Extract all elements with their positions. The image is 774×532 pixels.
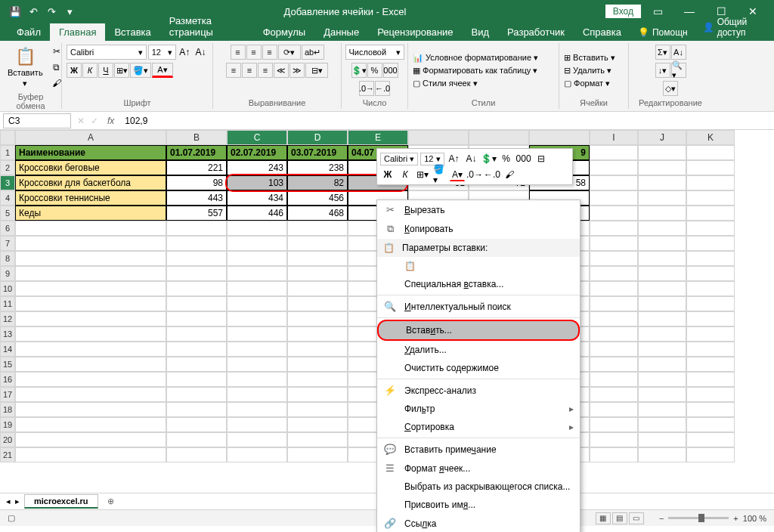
cell[interactable] <box>638 281 686 296</box>
cell[interactable] <box>166 417 227 432</box>
ctx-cut[interactable]: ✂Вырезать <box>377 200 580 219</box>
cell[interactable] <box>686 326 735 342</box>
cell[interactable] <box>166 326 227 342</box>
ctx-smart-lookup[interactable]: 🔍Интеллектуальный поиск <box>377 297 580 316</box>
cell[interactable] <box>686 311 735 326</box>
ctx-paste-special[interactable]: Специальная вставка... <box>377 275 580 293</box>
wrap-text-icon[interactable]: ab↵ <box>302 45 324 60</box>
mini-percent-icon[interactable]: % <box>499 152 514 165</box>
bold-button[interactable]: Ж <box>67 63 82 78</box>
cell[interactable] <box>590 236 638 251</box>
cell[interactable] <box>166 387 227 402</box>
cell[interactable]: 02.07.2019 <box>227 145 287 160</box>
cell[interactable] <box>15 432 166 447</box>
cell[interactable] <box>166 342 227 357</box>
zoom-out-icon[interactable]: − <box>659 514 664 523</box>
tab-pagelayout[interactable]: Разметка страницы <box>160 12 254 41</box>
cell[interactable] <box>638 417 686 432</box>
cell[interactable] <box>15 221 166 236</box>
tab-view[interactable]: Вид <box>463 23 499 41</box>
row-header[interactable]: 9 <box>0 266 15 281</box>
cell[interactable] <box>166 281 227 296</box>
sheet-prev-icon[interactable]: ◂ <box>6 496 11 506</box>
cell[interactable]: 98 <box>166 175 227 190</box>
cell[interactable] <box>287 236 348 251</box>
ribbon-display-icon[interactable]: ▭ <box>642 0 673 23</box>
cell[interactable] <box>590 281 638 296</box>
cell[interactable]: 443 <box>166 190 227 206</box>
cell[interactable] <box>287 221 348 236</box>
row-header[interactable]: 3 <box>0 175 15 190</box>
cell[interactable] <box>227 311 287 326</box>
cell[interactable] <box>638 296 686 311</box>
cell[interactable] <box>686 206 735 221</box>
merge-icon[interactable]: ⊟▾ <box>305 63 328 78</box>
mini-merge-icon[interactable]: ⊟ <box>534 152 549 165</box>
row-header[interactable]: 2 <box>0 160 15 175</box>
cell[interactable] <box>686 160 735 175</box>
cell[interactable] <box>686 236 735 251</box>
row-header[interactable]: 20 <box>0 432 15 447</box>
col-header[interactable]: A <box>15 130 166 145</box>
col-header[interactable]: K <box>686 130 735 145</box>
mini-decimal-dec-icon[interactable]: ←.0 <box>485 168 500 181</box>
ctx-format-cells[interactable]: ☰Формат ячеек... <box>377 459 580 478</box>
row-header[interactable]: 15 <box>0 357 15 372</box>
percent-icon[interactable]: % <box>367 63 382 78</box>
sheet-tab[interactable]: microexcel.ru <box>24 494 98 509</box>
col-header[interactable] <box>408 130 469 145</box>
ctx-delete[interactable]: Удалить... <box>377 341 580 359</box>
cell[interactable] <box>227 432 287 447</box>
number-format-combo[interactable]: Числовой▾ <box>345 45 404 60</box>
cell[interactable] <box>638 342 686 357</box>
mini-painter-icon[interactable]: 🖌 <box>502 168 517 181</box>
cell[interactable] <box>227 221 287 236</box>
cell[interactable] <box>686 296 735 311</box>
align-middle-icon[interactable]: ≡ <box>246 45 262 60</box>
cell[interactable] <box>227 402 287 417</box>
row-header[interactable]: 14 <box>0 342 15 357</box>
cell[interactable] <box>15 402 166 417</box>
mini-italic-icon[interactable]: К <box>398 168 413 181</box>
row-header[interactable]: 17 <box>0 387 15 402</box>
cell[interactable] <box>15 372 166 387</box>
cell[interactable] <box>15 251 166 266</box>
tab-home[interactable]: Главная <box>50 23 105 41</box>
font-size-combo[interactable]: 12▾ <box>148 45 176 60</box>
decrease-font-icon[interactable]: A↓ <box>194 45 208 59</box>
col-header[interactable]: E <box>348 130 408 145</box>
cell[interactable] <box>686 447 735 462</box>
cell[interactable] <box>686 175 735 190</box>
save-icon[interactable]: 💾 <box>8 4 23 19</box>
col-header[interactable]: B <box>166 130 227 145</box>
ctx-clear[interactable]: Очистить содержимое <box>377 359 580 377</box>
mini-bold-icon[interactable]: Ж <box>380 168 395 181</box>
row-header[interactable]: 6 <box>0 221 15 236</box>
tab-insert[interactable]: Вставка <box>105 23 159 41</box>
ctx-paste-clipboard[interactable]: 📋 <box>377 257 580 275</box>
mini-fontcolor-icon[interactable]: A▾ <box>450 168 465 181</box>
row-header[interactable]: 4 <box>0 190 15 206</box>
cell[interactable] <box>227 266 287 281</box>
font-color-button[interactable]: A▾ <box>152 63 173 78</box>
cell[interactable] <box>590 447 638 462</box>
ctx-insert-comment[interactable]: 💬Вставить примечание <box>377 440 580 459</box>
select-all-corner[interactable] <box>0 130 15 145</box>
cell[interactable]: 238 <box>287 160 348 175</box>
row-header[interactable]: 10 <box>0 281 15 296</box>
cell[interactable]: Кроссовки беговые <box>15 160 166 175</box>
autosum-icon[interactable]: Σ▾ <box>655 45 670 60</box>
cell[interactable] <box>15 417 166 432</box>
cell[interactable] <box>638 266 686 281</box>
cell[interactable] <box>590 206 638 221</box>
fx-icon[interactable]: fx <box>101 116 120 126</box>
row-header[interactable]: 7 <box>0 236 15 251</box>
cell[interactable] <box>638 251 686 266</box>
status-record-icon[interactable]: ▢ <box>8 513 15 523</box>
cell[interactable] <box>638 206 686 221</box>
cell[interactable] <box>590 251 638 266</box>
cell[interactable] <box>638 190 686 206</box>
orientation-icon[interactable]: ⟳▾ <box>278 45 301 60</box>
cell[interactable] <box>638 326 686 342</box>
align-center-icon[interactable]: ≡ <box>242 63 257 78</box>
